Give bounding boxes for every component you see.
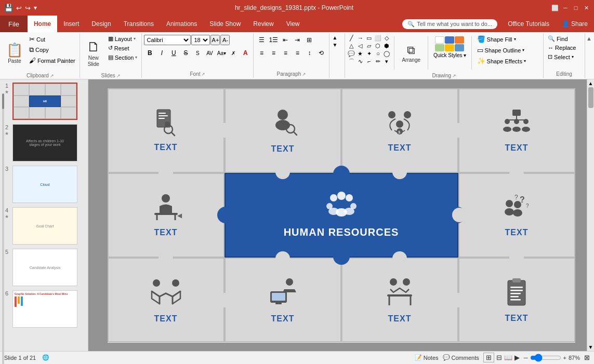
slides-expand-icon[interactable]: ↗ [116, 73, 121, 78]
reading-view-button[interactable]: 📖 [504, 354, 512, 361]
paragraph-expand-icon[interactable]: ↗ [302, 72, 306, 77]
size-decrease-button[interactable]: ▼ [332, 42, 338, 48]
curve-shape[interactable]: ∿ [356, 58, 364, 65]
bold-button[interactable]: B [144, 48, 155, 58]
hexa-shape[interactable]: ⬡ [374, 42, 382, 49]
zoom-out-button[interactable]: ─ [524, 355, 528, 361]
circle-shape[interactable]: ○ [374, 50, 382, 57]
normal-view-button[interactable]: ⊞ [483, 353, 494, 362]
close-button[interactable]: ✕ [583, 4, 590, 11]
scroll-left-button[interactable]: ◀ [177, 212, 182, 219]
office-tutorials-link[interactable]: Office Tutorials [501, 20, 556, 28]
align-right-button[interactable]: ≡ [280, 48, 291, 58]
fit-window-button[interactable]: ⊠ [584, 354, 590, 361]
font-shadow-button[interactable]: S [192, 48, 203, 58]
callout-shape[interactable]: 💬 [347, 50, 355, 57]
oval-shape[interactable]: ◯ [382, 50, 391, 57]
drawing-expand-icon[interactable]: ↗ [452, 73, 456, 78]
column-layout-button[interactable]: ⊞ [303, 35, 315, 45]
notes-button[interactable]: 📝 Notes [415, 354, 439, 361]
collapse-ribbon-button[interactable]: ▲ [585, 33, 593, 78]
zoom-in-button[interactable]: + [563, 355, 566, 361]
arc-shape[interactable]: ⌒ [347, 58, 355, 65]
triangle-shape[interactable]: △ [347, 42, 355, 49]
shape-outline-button[interactable]: ▭ Shape Outline ▾ [475, 45, 528, 55]
menu-home[interactable]: Home [28, 16, 57, 32]
align-left-button[interactable]: ≡ [256, 48, 267, 58]
menu-transitions[interactable]: Transitions [117, 16, 160, 32]
scrollbar-thumb[interactable] [588, 87, 593, 108]
slide-thumbnail-4[interactable]: 4 ★ Goal Chart [2, 206, 86, 246]
menu-review[interactable]: Review [247, 16, 280, 32]
align-center-button[interactable]: ≡ [268, 48, 279, 58]
connector-shape[interactable]: ⌐ [365, 58, 373, 65]
bullets-button[interactable]: ☰ [256, 35, 267, 45]
layout-button[interactable]: ▦ Layout ▾ [106, 34, 140, 43]
diamond-shape[interactable]: ◇ [382, 34, 391, 42]
arrange-button[interactable]: ⧉ Arrange [398, 34, 425, 72]
undo-icon[interactable]: ↩ [16, 4, 22, 12]
ribbon-toggle-icon[interactable]: ⬜ [551, 5, 559, 11]
change-case-button[interactable]: Aa▾ [216, 48, 227, 58]
rtriangle-shape[interactable]: ◁ [356, 42, 364, 49]
slide-thumbnail-2[interactable]: 2 ★ Affects as children 1-10stages of yo… [2, 123, 86, 163]
rounded-rect-shape[interactable]: ⬜ [374, 34, 382, 42]
replace-button[interactable]: ↔ Replace [546, 44, 578, 52]
font-size-select[interactable]: 18 [191, 35, 210, 45]
new-slide-button[interactable]: 🗋 NewSlide [82, 34, 105, 72]
slide-thumbnail-5[interactable]: 5 Candidate Analysis [2, 248, 86, 287]
decrease-font-button[interactable]: A- [220, 35, 230, 45]
slideshow-view-button[interactable]: ▶ [514, 354, 520, 361]
increase-indent-button[interactable]: ⇥ [292, 35, 303, 45]
slide-sorter-button[interactable]: ⊟ [496, 354, 502, 361]
save-icon[interactable]: 💾 [4, 4, 13, 12]
menu-animations[interactable]: Animations [160, 16, 203, 32]
copy-button[interactable]: ⧉ Copy [27, 45, 77, 55]
octa-shape[interactable]: ⬢ [382, 42, 391, 49]
share-button[interactable]: 👤 Share [556, 20, 594, 28]
font-name-select[interactable]: Calibri [144, 35, 191, 45]
redo-icon[interactable]: ↪ [25, 4, 31, 12]
char-spacing-button[interactable]: AV [204, 48, 215, 58]
scroll-down-button[interactable]: ▼ [587, 343, 594, 351]
font-color-button[interactable]: A [240, 48, 251, 58]
underline-button[interactable]: U [168, 48, 179, 58]
rect-shape[interactable]: ▭ [365, 34, 373, 42]
clear-formatting-button[interactable]: ✗ [228, 48, 239, 58]
star4-shape[interactable]: ✦ [365, 50, 373, 57]
clipboard-expand-icon[interactable]: ↗ [50, 73, 54, 78]
cut-button[interactable]: ✂ Cut [27, 34, 77, 44]
select-button[interactable]: ⊡ Select ▾ [546, 52, 578, 61]
star5-shape[interactable]: ★ [356, 50, 364, 57]
numbering-button[interactable]: 1☰ [268, 35, 279, 45]
maximize-button[interactable]: □ [572, 4, 579, 11]
line-shape[interactable]: ╱ [347, 34, 355, 42]
text-direction-button[interactable]: ⟲ [315, 48, 327, 58]
paste-button[interactable]: 📋 Paste [3, 34, 26, 72]
section-button[interactable]: ▤ Section ▾ [106, 53, 140, 62]
menu-insert[interactable]: Insert [57, 16, 85, 32]
italic-button[interactable]: I [156, 48, 167, 58]
tell-me-search[interactable]: 🔍 Tell me what you want to do... [402, 19, 497, 29]
freeform-shape[interactable]: ✏ [374, 58, 382, 65]
strikethrough-button[interactable]: S [180, 48, 191, 58]
find-button[interactable]: 🔍 Find [546, 34, 578, 43]
menu-design[interactable]: Design [85, 16, 117, 32]
shape-effects-button[interactable]: ✨ Shape Effects ▾ [475, 56, 528, 66]
shape-fill-button[interactable]: 🪣 Shape Fill ▾ [475, 34, 528, 44]
slides-scrollbar-thumb[interactable] [2, 93, 4, 109]
arrow-shape[interactable]: → [356, 34, 364, 42]
menu-file[interactable]: File [0, 16, 28, 32]
para-shape[interactable]: ▱ [365, 42, 373, 49]
slide-thumbnail-6[interactable]: 6 Graphic Solution: A Candidate's Most W… [2, 289, 86, 329]
slide-thumbnail-1[interactable]: 1 ★ HR [2, 82, 86, 121]
quick-styles-button[interactable]: Quick Styles ▾ [431, 34, 468, 60]
justify-button[interactable]: ≡ [292, 48, 303, 58]
comments-button[interactable]: 💬 Comments [443, 354, 479, 361]
minimize-button[interactable]: ─ [562, 4, 569, 11]
font-expand-icon[interactable]: ↗ [201, 72, 205, 77]
line-spacing-button[interactable]: ↕ [303, 48, 315, 58]
scroll-up-button[interactable]: ▲ [587, 79, 594, 87]
decrease-indent-button[interactable]: ⇤ [280, 35, 291, 45]
size-increase-button[interactable]: ▲ [332, 34, 338, 41]
